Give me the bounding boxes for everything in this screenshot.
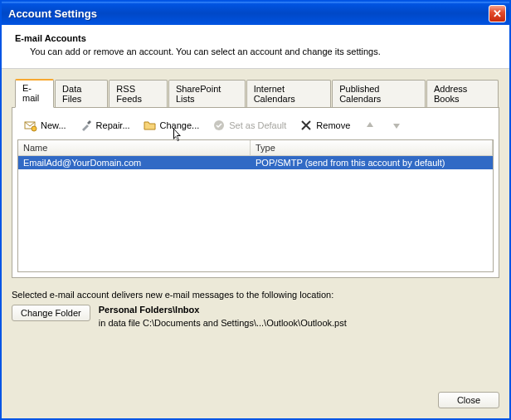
tab-sharepoint-lists[interactable]: SharePoint Lists [168,80,246,108]
account-row[interactable]: EmailAdd@YourDomain.com POP/SMTP (send f… [18,156,493,169]
check-circle-icon [212,119,226,132]
tab-address-books[interactable]: Address Books [426,80,499,108]
tab-label: Data Files [62,84,81,104]
folder-info: Personal Folders\Inbox in data file C:\D… [99,305,347,328]
change-label: Change... [160,120,200,130]
new-button[interactable]: New... [19,116,71,134]
tab-published-calendars[interactable]: Published Calendars [332,80,426,108]
move-up-button[interactable] [358,116,382,134]
remove-button[interactable]: Remove [294,116,355,134]
remove-label: Remove [316,120,350,130]
change-button[interactable]: Change... [139,116,205,134]
arrow-up-icon [363,119,377,132]
account-settings-window: Account Settings ✕ E-mail Accounts You c… [0,0,511,420]
delivery-intro: Selected e-mail account delivers new e-m… [12,290,499,300]
tab-label: SharePoint Lists [176,84,221,104]
move-down-button[interactable] [385,116,408,134]
window-close-button[interactable]: ✕ [489,5,506,22]
new-label: New... [41,120,66,130]
tab-email[interactable]: E-mail [15,79,54,108]
close-button[interactable]: Close [438,392,499,408]
toolbar: New... Repair... Change... [17,113,494,139]
footer: Close [2,385,509,418]
window-title: Account Settings [8,7,489,20]
tab-label: Internet Calendars [254,84,295,104]
tab-rss-feeds[interactable]: RSS Feeds [109,80,168,108]
column-header-name[interactable]: Name [18,140,251,155]
delivery-section: Selected e-mail account delivers new e-m… [12,290,499,328]
tab-label: RSS Feeds [116,84,142,104]
account-type-cell: POP/SMTP (send from this account by defa… [251,156,493,169]
svg-point-1 [32,126,36,131]
accounts-listview[interactable]: Name Type EmailAdd@YourDomain.com POP/SM… [17,139,494,272]
set-default-label: Set as Default [229,120,286,130]
header-panel: E-mail Accounts You can add or remove an… [2,25,509,69]
header-heading: E-mail Accounts [15,33,496,43]
repair-label: Repair... [96,120,130,130]
folder-edit-icon [144,119,157,132]
listview-header: Name Type [18,140,493,156]
change-folder-button[interactable]: Change Folder [12,305,90,321]
mail-new-icon [24,119,37,132]
arrow-down-icon [390,119,403,132]
content-area: E-mail Data Files RSS Feeds SharePoint L… [2,69,509,385]
set-default-button[interactable]: Set as Default [207,116,291,134]
header-subtext: You can add or remove an account. You ca… [30,46,496,56]
folder-path: Personal Folders\Inbox [99,305,347,315]
tab-label: Address Books [434,84,467,104]
tab-label: E-mail [22,83,39,103]
tab-label: Published Calendars [339,84,381,104]
tab-internet-calendars[interactable]: Internet Calendars [246,80,332,108]
column-header-type[interactable]: Type [251,140,493,155]
tab-panel-email: New... Repair... Change... [12,107,499,278]
tabstrip: E-mail Data Files RSS Feeds SharePoint L… [15,79,499,107]
tools-icon [80,119,93,132]
account-name-cell: EmailAdd@YourDomain.com [18,156,251,169]
titlebar: Account Settings ✕ [2,2,509,25]
x-icon [299,119,313,132]
data-file-path: in data file C:\Documents and Settings\.… [99,318,347,328]
close-icon: ✕ [493,7,502,20]
tab-data-files[interactable]: Data Files [55,80,108,108]
repair-button[interactable]: Repair... [75,116,135,134]
